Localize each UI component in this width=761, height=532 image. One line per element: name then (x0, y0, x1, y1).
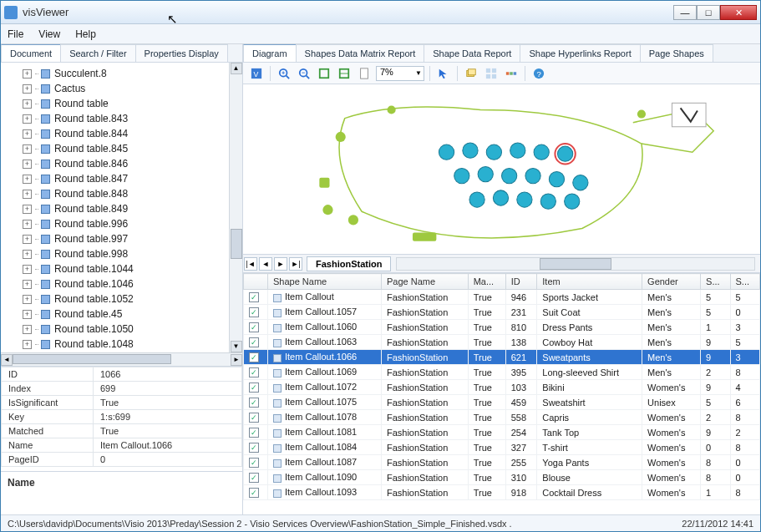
maximize-button[interactable]: □ (697, 5, 720, 20)
scroll-up-icon[interactable]: ▲ (231, 63, 242, 74)
palette-icon[interactable] (503, 65, 520, 82)
scroll-down-icon[interactable]: ▼ (231, 341, 242, 352)
data-grid[interactable]: Shape NamePage NameMa...IDItemGenderS...… (243, 273, 760, 514)
row-checkbox[interactable]: ✓ (249, 383, 259, 393)
page-hscroll-thumb[interactable] (540, 258, 611, 270)
tree-item[interactable]: +Round table.45 (3, 307, 241, 322)
tree-vscroll[interactable]: ▲ ▼ (229, 63, 242, 352)
table-row[interactable]: ✓Item Callout.1057FashionStationTrue231S… (244, 305, 760, 320)
table-row[interactable]: ✓Item Callout.1069FashionStationTrue395L… (244, 365, 760, 380)
tree-item[interactable]: +Round table.848 (3, 186, 241, 201)
tree-item[interactable]: +Round table.843 (3, 111, 241, 126)
column-header[interactable]: Shape Name (268, 274, 382, 290)
tab-search-filter[interactable]: Search / Filter (60, 44, 135, 62)
table-row[interactable]: ✓Item Callout.1090FashionStationTrue310B… (244, 470, 760, 485)
tab-properties-display[interactable]: Properties Display (135, 44, 228, 62)
tree-item[interactable]: +Round table.847 (3, 171, 241, 186)
last-page-button[interactable]: ►| (289, 257, 302, 271)
menu-file[interactable]: File (8, 28, 23, 40)
prop-value[interactable]: 0 (94, 453, 242, 467)
row-checkbox[interactable]: ✓ (249, 413, 259, 423)
property-grid[interactable]: ID1066Index699IsSignificantTrueKey1:s:69… (1, 366, 242, 471)
tab-shape-data-report[interactable]: Shape Data Report (424, 44, 520, 62)
column-header[interactable]: Item (537, 274, 642, 290)
row-checkbox[interactable]: ✓ (249, 428, 259, 438)
tree-item[interactable]: +Round table.1042 (3, 352, 241, 352)
expand-icon[interactable]: + (23, 340, 32, 349)
tab-page-shapes[interactable]: Page Shapes (640, 44, 713, 62)
table-row[interactable]: ✓Item Callout.1072FashionStationTrue103B… (244, 380, 760, 395)
table-row[interactable]: ✓Item Callout.1078FashionStationTrue558C… (244, 410, 760, 425)
tab-shape-hyperlinks[interactable]: Shape Hyperlinks Report (520, 44, 640, 62)
row-checkbox[interactable]: ✓ (249, 307, 259, 317)
grid-icon[interactable] (483, 65, 500, 82)
tree-item[interactable]: +Round table.1048 (3, 337, 241, 352)
prop-value[interactable]: 1:s:699 (94, 410, 242, 424)
expand-icon[interactable]: + (23, 144, 32, 154)
row-checkbox[interactable]: ✓ (249, 322, 259, 332)
tree-item[interactable]: +Round table.998 (3, 246, 241, 261)
column-header[interactable]: S... (701, 274, 730, 290)
table-row[interactable]: ✓Item Callout.1081FashionStationTrue254T… (244, 425, 760, 440)
fit-page-icon[interactable] (316, 65, 332, 82)
column-header[interactable]: Ma... (468, 274, 505, 290)
table-row[interactable]: ✓Item Callout.1066FashionStationTrue621S… (244, 350, 760, 365)
menu-help[interactable]: Help (75, 28, 96, 40)
tree-item[interactable]: +Round table.849 (3, 201, 241, 216)
tree-item[interactable]: +Round table.1044 (3, 261, 241, 276)
help-icon[interactable]: ? (530, 65, 547, 82)
minimize-button[interactable]: — (673, 5, 697, 20)
select-icon[interactable] (435, 65, 452, 82)
row-checkbox[interactable]: ✓ (249, 443, 259, 453)
tree-item[interactable]: +Succulent.8 (3, 66, 241, 81)
column-header[interactable]: Gender (642, 274, 701, 290)
expand-icon[interactable]: + (23, 250, 32, 259)
expand-icon[interactable]: + (23, 265, 32, 274)
prop-value[interactable]: 1066 (94, 367, 242, 382)
tree-item[interactable]: +Cactus (3, 81, 241, 96)
tree-item[interactable]: +Round table.1052 (3, 291, 241, 307)
expand-icon[interactable]: + (23, 220, 32, 229)
row-checkbox[interactable]: ✓ (249, 337, 259, 347)
zoom-in-icon[interactable] (276, 65, 292, 82)
tree-item[interactable]: +Round table.844 (3, 126, 241, 141)
first-page-button[interactable]: |◄ (244, 257, 257, 271)
diagram-canvas[interactable] (243, 84, 760, 255)
expand-icon[interactable]: + (23, 280, 32, 289)
prop-value[interactable]: True (94, 424, 242, 438)
hscroll-thumb[interactable] (13, 354, 171, 364)
scroll-thumb[interactable] (231, 229, 242, 259)
tree-item[interactable]: +Round table.1050 (3, 322, 241, 337)
tree-item[interactable]: +Round table.845 (3, 141, 241, 156)
tree-hscroll[interactable]: ◄ ► (1, 352, 242, 366)
tab-document[interactable]: Document (1, 44, 61, 62)
expand-icon[interactable]: + (23, 175, 32, 184)
tree-item[interactable]: +Round table.996 (3, 216, 241, 231)
row-checkbox[interactable]: ✓ (249, 458, 259, 468)
column-header[interactable]: ID (505, 274, 537, 290)
tab-diagram[interactable]: Diagram (243, 44, 297, 62)
tree-item[interactable]: +Round table (3, 96, 241, 111)
document-tree[interactable]: ▲ ▼ +Succulent.8+Cactus+Round table+Roun… (1, 63, 242, 352)
table-row[interactable]: ✓Item Callout.1060FashionStationTrue810D… (244, 320, 760, 335)
menu-view[interactable]: View (38, 28, 60, 40)
expand-icon[interactable]: + (23, 160, 32, 169)
expand-icon[interactable]: + (23, 295, 32, 304)
table-row[interactable]: ✓Item Callout.1084FashionStationTrue327T… (244, 440, 760, 455)
scroll-left-icon[interactable]: ◄ (1, 354, 13, 366)
page-hscroll[interactable] (396, 257, 755, 271)
fit-width-icon[interactable] (336, 65, 353, 82)
page-tab[interactable]: FashionStation (307, 256, 391, 271)
expand-icon[interactable]: + (23, 114, 32, 124)
row-checkbox[interactable]: ✓ (249, 367, 259, 377)
expand-icon[interactable]: + (23, 310, 32, 319)
prop-value[interactable]: Item Callout.1066 (94, 438, 242, 453)
table-row[interactable]: ✓Item Callout.1093FashionStationTrue918C… (244, 485, 760, 500)
scroll-right-icon[interactable]: ► (231, 354, 242, 366)
expand-icon[interactable]: + (23, 69, 32, 79)
expand-icon[interactable]: + (23, 235, 32, 244)
zoom-out-icon[interactable] (296, 65, 312, 82)
prev-page-button[interactable]: ◄ (259, 257, 272, 271)
next-page-button[interactable]: ► (274, 257, 287, 271)
expand-icon[interactable]: + (23, 84, 32, 94)
